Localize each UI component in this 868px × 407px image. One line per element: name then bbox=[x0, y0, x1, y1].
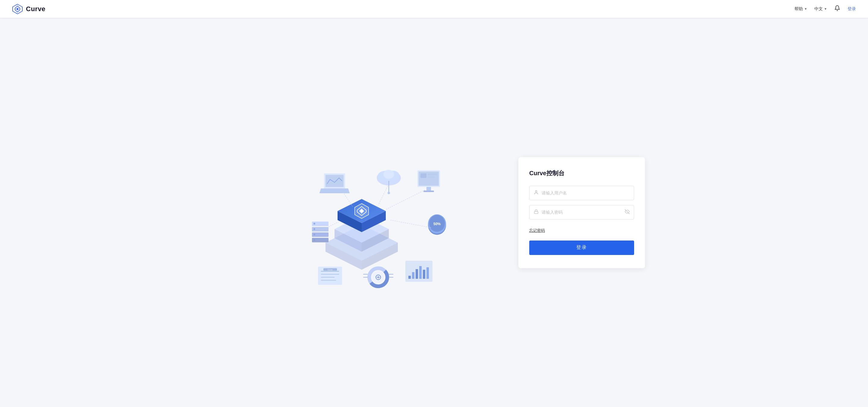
forgot-password-link[interactable]: 忘记密码 bbox=[529, 228, 545, 233]
svg-point-20 bbox=[388, 192, 390, 194]
svg-rect-24 bbox=[428, 173, 437, 175]
help-label: 帮助 bbox=[795, 6, 803, 12]
svg-rect-27 bbox=[424, 191, 434, 192]
svg-text:Curve: Curve bbox=[328, 269, 333, 271]
toggle-password-icon[interactable] bbox=[625, 209, 629, 215]
svg-marker-13 bbox=[319, 189, 350, 193]
logo-text: Curve bbox=[26, 5, 45, 13]
svg-text:50%: 50% bbox=[433, 222, 441, 226]
login-button[interactable]: 登录 bbox=[529, 240, 634, 255]
user-icon bbox=[534, 190, 538, 196]
logo[interactable]: Curve bbox=[12, 4, 45, 14]
svg-point-34 bbox=[313, 234, 315, 235]
svg-rect-63 bbox=[427, 267, 429, 279]
main-content: 50% Curve bbox=[0, 18, 868, 407]
svg-point-32 bbox=[313, 223, 315, 225]
svg-rect-26 bbox=[427, 187, 431, 191]
language-menu[interactable]: 中文 ▼ bbox=[814, 6, 827, 12]
help-menu[interactable]: 帮助 ▼ bbox=[795, 6, 807, 12]
header-nav: 帮助 ▼ 中文 ▼ 登录 bbox=[795, 5, 856, 13]
curve-logo-icon bbox=[12, 4, 23, 14]
svg-point-69 bbox=[535, 191, 537, 192]
svg-rect-58 bbox=[408, 276, 411, 279]
notification-bell[interactable] bbox=[834, 5, 840, 13]
svg-rect-70 bbox=[534, 211, 538, 213]
isometric-illustration: 50% Curve bbox=[277, 134, 446, 291]
password-input[interactable] bbox=[541, 210, 622, 215]
username-input[interactable] bbox=[541, 191, 629, 195]
svg-rect-25 bbox=[428, 176, 435, 178]
svg-rect-62 bbox=[423, 270, 425, 279]
login-card-title: Curve控制台 bbox=[529, 169, 634, 177]
username-input-wrapper bbox=[529, 186, 634, 200]
svg-point-18 bbox=[383, 170, 394, 179]
lock-icon bbox=[534, 209, 538, 215]
help-dropdown-arrow: ▼ bbox=[804, 7, 807, 10]
svg-rect-60 bbox=[415, 269, 418, 279]
password-group bbox=[529, 205, 634, 219]
svg-marker-12 bbox=[326, 175, 344, 187]
svg-point-33 bbox=[313, 228, 315, 230]
svg-rect-61 bbox=[419, 266, 422, 279]
svg-rect-59 bbox=[412, 272, 414, 279]
login-link[interactable]: 登录 bbox=[847, 6, 856, 12]
username-group bbox=[529, 186, 634, 200]
illustration-area: 50% Curve bbox=[223, 134, 500, 291]
lang-label: 中文 bbox=[814, 6, 823, 12]
content-wrapper: 50% Curve bbox=[223, 134, 645, 291]
lang-dropdown-arrow: ▼ bbox=[824, 7, 827, 10]
login-card: Curve控制台 bbox=[518, 157, 645, 268]
svg-line-66 bbox=[386, 190, 425, 209]
svg-point-35 bbox=[313, 239, 315, 241]
app-header: Curve 帮助 ▼ 中文 ▼ 登录 bbox=[0, 0, 868, 18]
svg-rect-23 bbox=[421, 173, 427, 178]
svg-line-65 bbox=[378, 184, 389, 205]
svg-line-68 bbox=[390, 220, 431, 228]
password-input-wrapper bbox=[529, 205, 634, 219]
